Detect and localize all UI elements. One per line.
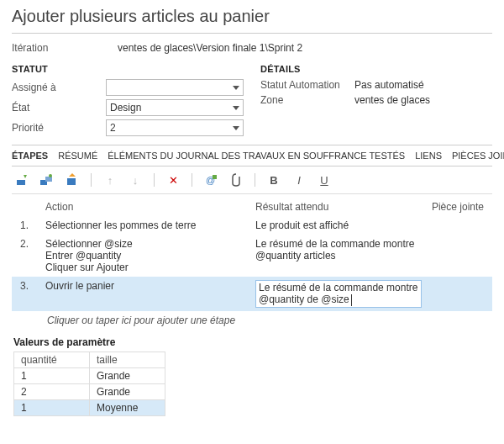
svg-point-3 <box>49 174 52 177</box>
tab-etapes[interactable]: ÉTAPES <box>12 151 48 161</box>
toolbar-separator <box>91 173 92 187</box>
step-number: 3. <box>15 280 45 292</box>
iteration-field: Itération ventes de glaces\Version final… <box>12 42 492 54</box>
step-action[interactable]: Ouvrir le panier <box>45 280 255 292</box>
tab-liens[interactable]: LIENS <box>415 151 442 161</box>
status-heading: STATUT <box>12 64 244 74</box>
params-heading: Valeurs de paramètre <box>12 335 492 352</box>
param-row[interactable]: 2 Grande <box>14 383 165 399</box>
col-action: Action <box>45 201 255 213</box>
svg-rect-4 <box>67 178 76 185</box>
priority-value: 2 <box>110 122 116 134</box>
step-result[interactable]: Le produit est affiché <box>255 219 422 231</box>
text-cursor <box>351 294 352 306</box>
toolbar-separator <box>255 173 255 187</box>
priority-label: Priorité <box>12 122 106 134</box>
italic-button[interactable]: I <box>292 173 306 187</box>
chevron-down-icon <box>233 126 239 130</box>
delete-step-icon[interactable]: ✕ <box>166 173 180 187</box>
param-col-size[interactable]: taille <box>90 352 165 367</box>
step-row[interactable]: 2. Sélectionner @size Entrer @quantity C… <box>12 235 492 277</box>
steps-header: Action Résultat attendu Pièce jointe <box>12 194 492 216</box>
state-label: État <box>12 102 106 114</box>
step-number: 2. <box>15 238 45 250</box>
insert-step-icon[interactable] <box>15 173 29 187</box>
svg-rect-6 <box>213 175 217 179</box>
step-number: 1. <box>15 219 45 231</box>
step-row[interactable]: 3. Ouvrir le panier Le résumé de la comm… <box>12 277 492 311</box>
chevron-down-icon <box>233 106 239 110</box>
move-down-icon[interactable]: ↓ <box>129 173 142 187</box>
step-result[interactable]: Le résumé de la commande montre @quantit… <box>255 238 422 262</box>
params-table: quantité taille 1 Grande 2 Grande 1 Moye… <box>13 352 165 416</box>
col-pj: Pièce jointe <box>422 201 489 213</box>
col-result: Résultat attendu <box>255 201 422 213</box>
assignee-combo[interactable] <box>106 79 244 96</box>
svg-rect-2 <box>45 177 52 182</box>
page-title: Ajouter plusieurs articles au panier <box>12 7 492 34</box>
state-combo[interactable]: Design <box>106 99 244 116</box>
zone-value: ventes de glaces <box>353 94 430 106</box>
toolbar-separator <box>154 173 155 187</box>
toolbar-separator <box>192 173 192 187</box>
insert-shared-step-icon[interactable] <box>40 173 54 187</box>
add-step-hint[interactable]: Cliquer ou taper ici pour ajouter une ét… <box>12 311 492 335</box>
step-result[interactable]: Le résumé de la commande montre @quantit… <box>255 280 422 308</box>
step-row[interactable]: 1. Sélectionner les pommes de terre Le p… <box>12 216 492 235</box>
attachment-icon[interactable] <box>229 173 243 187</box>
tab-journal[interactable]: ÉLÉMENTS DU JOURNAL DES TRAVAUX EN SOUFF… <box>108 151 405 161</box>
priority-combo[interactable]: 2 <box>106 119 244 136</box>
underline-button[interactable]: U <box>318 173 331 187</box>
zone-label: Zone <box>260 94 353 106</box>
step-action[interactable]: Sélectionner les pommes de terre <box>45 219 255 231</box>
bold-button[interactable]: B <box>267 173 281 187</box>
status-section: STATUT Assigné à État Design Priorité 2 <box>12 64 244 140</box>
param-icon[interactable]: @ <box>204 173 218 187</box>
tab-bar: ÉTAPES RÉSUMÉ ÉLÉMENTS DU JOURNAL DES TR… <box>12 145 492 166</box>
iteration-value[interactable]: ventes de glaces\Version finale 1\Sprint… <box>118 42 492 54</box>
automation-label: Statut Automation <box>260 79 353 91</box>
insert-param-icon[interactable] <box>66 173 79 187</box>
param-col-quantity[interactable]: quantité <box>14 352 90 367</box>
iteration-label: Itération <box>12 42 118 54</box>
state-value: Design <box>110 102 141 114</box>
svg-rect-0 <box>17 180 25 185</box>
steps-toolbar: ↑ ↓ ✕ @ B I U <box>12 166 492 194</box>
chevron-down-icon <box>233 86 239 90</box>
param-row[interactable]: 1 Moyenne <box>14 399 165 415</box>
assignee-label: Assigné à <box>12 82 106 93</box>
tab-resume[interactable]: RÉSUMÉ <box>58 151 97 161</box>
automation-value: Pas automatisé <box>353 79 424 91</box>
tab-pj[interactable]: PIÈCES JOINTES <box>452 151 504 161</box>
details-heading: DÉTAILS <box>260 64 492 74</box>
move-up-icon[interactable]: ↑ <box>103 173 117 187</box>
param-row[interactable]: 1 Grande <box>14 367 165 383</box>
step-action[interactable]: Sélectionner @size Entrer @quantity Cliq… <box>45 238 255 273</box>
details-section: DÉTAILS Statut Automation Pas automatisé… <box>260 64 492 140</box>
